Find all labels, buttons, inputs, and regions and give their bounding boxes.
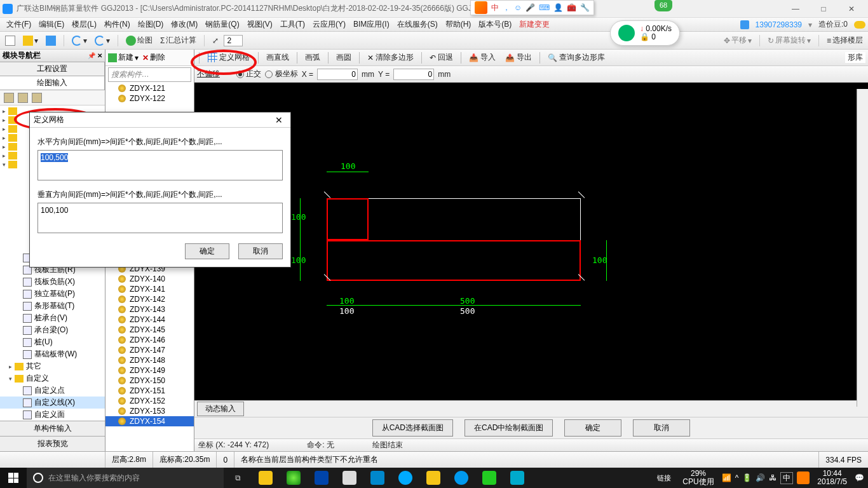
menu-bim[interactable]: BIM应用(I) xyxy=(349,19,393,30)
open-file-button[interactable]: ▾ xyxy=(20,34,41,47)
menu-component[interactable]: 构件(N) xyxy=(100,19,134,30)
section-ok-button[interactable]: 确定 xyxy=(564,419,621,437)
in-cad-button[interactable]: 在CAD中绘制截面图 xyxy=(465,419,553,437)
menu-view[interactable]: 视图(V) xyxy=(243,19,276,30)
tray-up-icon[interactable]: ^ xyxy=(735,473,739,482)
zoom-input[interactable] xyxy=(224,35,243,46)
menu-file[interactable]: 文件(F) xyxy=(3,19,35,30)
tray-volume-icon[interactable]: 🔊 xyxy=(756,473,765,482)
app-glodon[interactable] xyxy=(503,468,531,488)
tree-item[interactable]: 基础板带(W) xyxy=(0,348,105,360)
redo-button[interactable]: ▾ xyxy=(92,34,112,47)
comp-item[interactable]: ZDYX-154 xyxy=(105,416,194,426)
app-wechat[interactable] xyxy=(475,468,503,488)
vertical-spacing-input[interactable]: 100,100 xyxy=(37,203,283,233)
single-component-input[interactable]: 单构件输入 xyxy=(0,421,105,436)
drawing-canvas[interactable]: 100 100 10 100 100 100 100 500 500 xyxy=(194,83,868,400)
select-floor-button[interactable]: ≡ 选择楼层 xyxy=(824,34,865,47)
tray-wifi-icon[interactable]: 📶 xyxy=(722,473,731,482)
dialog-cancel-button[interactable]: 取消 xyxy=(238,243,283,259)
start-button[interactable] xyxy=(0,468,27,488)
taskview-icon[interactable]: ⧉ xyxy=(224,468,252,488)
dynamic-input-button[interactable]: 动态输入 xyxy=(197,402,244,416)
mic-icon[interactable]: 🎤 xyxy=(526,3,535,12)
draw-arc-button[interactable]: 画弧 xyxy=(301,51,324,64)
new-component-button[interactable]: 新建 ▾ xyxy=(108,52,139,63)
tray-notifications-icon[interactable]: 💬 xyxy=(855,473,864,482)
comp-item[interactable]: ZDYX-142 xyxy=(105,294,194,304)
tree-item[interactable]: 承台梁(O) xyxy=(0,324,105,336)
app-tencent[interactable] xyxy=(447,468,475,488)
comp-item[interactable]: ZDYX-153 xyxy=(105,406,194,416)
menu-newchange[interactable]: 新建变更 xyxy=(515,19,553,30)
comp-item[interactable]: ZDYX-144 xyxy=(105,315,194,325)
tree-item[interactable]: 自定义点 xyxy=(0,384,105,396)
component-search[interactable]: 搜索构件… xyxy=(108,67,191,82)
section-cancel-button[interactable]: 取消 xyxy=(633,419,690,437)
keyboard-icon[interactable]: ⌨ xyxy=(539,3,550,12)
draw-circle-button[interactable]: 画圆 xyxy=(332,51,355,64)
pan-button[interactable]: ✥ 平移 ▾ xyxy=(721,34,754,47)
comp-item[interactable]: ZDYX-122 xyxy=(105,93,194,104)
nav-icon-3[interactable] xyxy=(32,93,42,103)
tab-project-setting[interactable]: 工程设置 xyxy=(0,62,105,76)
menu-edit[interactable]: 编辑(E) xyxy=(35,19,68,30)
tree-item[interactable]: 独立基础(P) xyxy=(0,288,105,300)
minimize-button[interactable]: — xyxy=(782,0,810,18)
comp-item[interactable]: ZDYX-149 xyxy=(105,365,194,376)
tree-item-selected[interactable]: 自定义线(X) xyxy=(0,396,105,409)
tray-cpu[interactable]: 29%CPU使用 xyxy=(679,470,717,486)
right-dock-pane[interactable] xyxy=(857,89,868,407)
taskbar-search[interactable]: 在这里输入你要搜索的内容 xyxy=(27,468,224,488)
report-preview[interactable]: 报表预览 xyxy=(0,436,105,451)
comp-item[interactable]: ZDYX-152 xyxy=(105,396,194,406)
ortho-radio[interactable] xyxy=(236,71,244,78)
menu-tools[interactable]: 工具(T) xyxy=(276,19,309,30)
tray-clock[interactable]: 10:442018/7/5 xyxy=(813,470,851,486)
app-store[interactable] xyxy=(336,468,363,488)
tree-group[interactable]: ▸其它 xyxy=(0,360,105,372)
comp-item[interactable]: ZDYX-146 xyxy=(105,335,194,345)
define-grid-button[interactable]: 定义网格 xyxy=(203,50,254,65)
emoji-icon[interactable]: ☺ xyxy=(514,3,522,12)
nav-icon-2[interactable] xyxy=(18,93,28,103)
save-file-button[interactable] xyxy=(43,34,58,47)
app-ie[interactable] xyxy=(391,468,419,488)
y-input[interactable] xyxy=(393,69,434,80)
menu-modify[interactable]: 修改(M) xyxy=(167,19,201,30)
sum-button[interactable]: Σ 汇总计算 xyxy=(158,34,199,47)
tree-item[interactable]: 自定义面 xyxy=(0,409,105,421)
menu-online[interactable]: 在线服务(S) xyxy=(393,19,442,30)
no-offset-label[interactable]: 不偏移 xyxy=(197,69,220,79)
dialog-ok-button[interactable]: 确定 xyxy=(185,243,229,259)
clear-polygon-button[interactable]: ✕ 清除多边形 xyxy=(363,51,417,64)
app-explorer[interactable] xyxy=(252,468,280,488)
comp-item[interactable]: ZDYX-143 xyxy=(105,304,194,315)
comp-item[interactable]: ZDYX-148 xyxy=(105,355,194,365)
x-input[interactable] xyxy=(317,69,358,80)
app-edge[interactable] xyxy=(308,468,336,488)
nav-icon-1[interactable] xyxy=(4,93,14,103)
horizontal-spacing-input[interactable]: 100,500 xyxy=(37,150,283,180)
tab-draw-input[interactable]: 绘图输入 xyxy=(0,76,105,90)
draw-line-button[interactable]: 画直线 xyxy=(262,51,293,64)
zaojia-bean[interactable]: 造价豆:0 xyxy=(818,19,848,30)
tray-link[interactable]: 链接 xyxy=(653,474,675,482)
menu-rebar[interactable]: 钢筋量(Q) xyxy=(201,19,243,30)
ime-toolbar[interactable]: 中 ， ☺ 🎤 ⌨ 👤 🧰 🔧 xyxy=(470,0,594,15)
toolbox-icon[interactable]: 🧰 xyxy=(567,3,576,12)
app-edge2[interactable] xyxy=(363,468,391,488)
import-button[interactable]: 📥 导入 xyxy=(465,51,499,64)
comp-item[interactable]: ZDYX-140 xyxy=(105,274,194,284)
polar-radio[interactable] xyxy=(265,71,273,78)
draw-button[interactable]: 绘图 xyxy=(123,34,155,47)
tree-item[interactable]: 筏板负筋(X) xyxy=(0,276,105,288)
comp-item[interactable]: ZDYX-141 xyxy=(105,284,194,294)
comp-item[interactable]: ZDYX-150 xyxy=(105,376,194,386)
from-cad-button[interactable]: 从CAD选择截面图 xyxy=(372,419,453,437)
app-360[interactable] xyxy=(280,468,308,488)
delete-component-button[interactable]: ✕删除 xyxy=(142,52,165,63)
user-id[interactable]: 13907298339 xyxy=(756,20,802,29)
menu-draw[interactable]: 绘图(D) xyxy=(134,19,168,30)
menu-version[interactable]: 版本号(B) xyxy=(475,19,515,30)
